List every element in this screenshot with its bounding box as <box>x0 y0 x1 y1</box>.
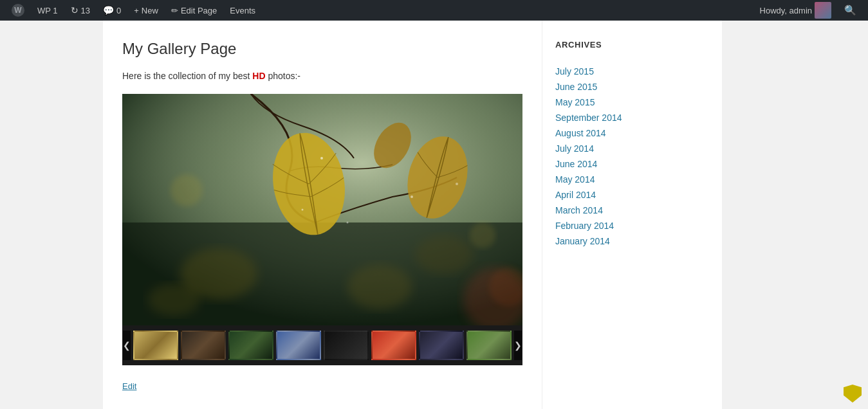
svg-point-12 <box>347 222 349 224</box>
archive-link-item[interactable]: July 2014 <box>555 142 709 155</box>
page-description: Here is the collection of my best HD pho… <box>122 71 522 81</box>
svg-point-16 <box>470 223 495 248</box>
archive-link-item[interactable]: February 2014 <box>555 219 709 232</box>
svg-point-15 <box>171 174 203 206</box>
admin-bar-right: Howdy, admin 🔍 <box>755 0 862 21</box>
svg-rect-6 <box>122 223 522 325</box>
gallery-container: ❮ ❯ <box>122 94 522 365</box>
right-sidebar: ARCHIVES July 2015June 2015May 2015Septe… <box>542 21 722 409</box>
new-content-button[interactable]: + New <box>129 0 163 21</box>
page-wrap: My Gallery Page Here is the collection o… <box>0 21 868 409</box>
svg-point-10 <box>320 157 323 159</box>
search-button[interactable]: 🔍 <box>839 0 862 21</box>
admin-avatar <box>815 2 831 19</box>
archives-list: July 2015June 2015May 2015September 2014… <box>555 65 709 248</box>
archive-link-item[interactable]: March 2014 <box>555 204 709 217</box>
gallery-thumbnails: ❮ ❯ <box>122 325 522 365</box>
events-button[interactable]: Events <box>225 0 261 21</box>
archive-link-item[interactable]: June 2014 <box>555 158 709 170</box>
gallery-thumb-3[interactable] <box>228 331 273 360</box>
gallery-prev-button[interactable]: ❮ <box>123 331 131 360</box>
gallery-thumb-8[interactable] <box>466 331 512 360</box>
gallery-thumb-7[interactable] <box>419 331 464 360</box>
archive-link-item[interactable]: August 2014 <box>555 127 709 140</box>
edit-page-label: Edit Page <box>181 6 217 15</box>
edit-page-button[interactable]: ✏ Edit Page <box>166 0 222 21</box>
gallery-main-image <box>122 94 522 325</box>
svg-point-14 <box>456 183 458 185</box>
gallery-image-svg <box>122 94 522 325</box>
gallery-thumb-4[interactable] <box>276 331 321 360</box>
right-border <box>722 21 868 409</box>
updates-count: 13 <box>81 6 90 15</box>
plus-icon: + <box>134 6 139 15</box>
pencil-icon: ✏ <box>171 6 178 15</box>
archive-link-item[interactable]: May 2015 <box>555 96 709 109</box>
archives-title: ARCHIVES <box>555 40 709 55</box>
updates-button[interactable]: ↻ 13 <box>66 0 95 21</box>
description-suffix: photos:- <box>266 71 300 81</box>
site-name-button[interactable]: WP 1 <box>32 0 63 21</box>
description-text: Here is the collection of my best <box>122 71 252 81</box>
archive-link-item[interactable]: September 2014 <box>555 111 709 124</box>
gallery-thumb-1[interactable] <box>133 331 178 360</box>
comments-button[interactable]: 💬 0 <box>98 0 126 21</box>
archive-link-item[interactable]: July 2015 <box>555 65 709 78</box>
svg-point-13 <box>302 209 304 211</box>
archive-link-item[interactable]: May 2014 <box>555 173 709 186</box>
description-highlight: HD <box>252 71 265 81</box>
howdy-admin-button[interactable]: Howdy, admin <box>755 0 836 21</box>
gallery-next-button[interactable]: ❯ <box>514 331 522 360</box>
gallery-thumb-2[interactable] <box>181 331 226 360</box>
updates-icon: ↻ <box>71 5 78 15</box>
site-name-label: WP 1 <box>37 6 58 15</box>
comments-count: 0 <box>116 6 121 15</box>
archive-link-item[interactable]: April 2014 <box>555 188 709 201</box>
archive-link-item[interactable]: January 2014 <box>555 235 709 248</box>
search-icon: 🔍 <box>844 5 856 16</box>
wp-logo-icon: W <box>12 4 24 17</box>
events-label: Events <box>230 6 255 15</box>
admin-bar: W WP 1 ↻ 13 💬 0 + New ✏ Edit Page Events… <box>0 0 868 21</box>
svg-point-11 <box>411 195 413 198</box>
gallery-thumb-5[interactable] <box>324 331 369 360</box>
howdy-label: Howdy, admin <box>760 6 812 15</box>
new-label: New <box>142 6 158 15</box>
edit-link[interactable]: Edit <box>122 381 136 391</box>
left-sidebar <box>0 21 103 409</box>
gallery-thumb-6[interactable] <box>371 331 416 360</box>
page-title: My Gallery Page <box>122 40 522 58</box>
comments-icon: 💬 <box>103 5 114 15</box>
main-content: My Gallery Page Here is the collection o… <box>103 21 542 409</box>
archive-link-item[interactable]: June 2015 <box>555 80 709 93</box>
wp-logo-button[interactable]: W <box>6 0 30 21</box>
